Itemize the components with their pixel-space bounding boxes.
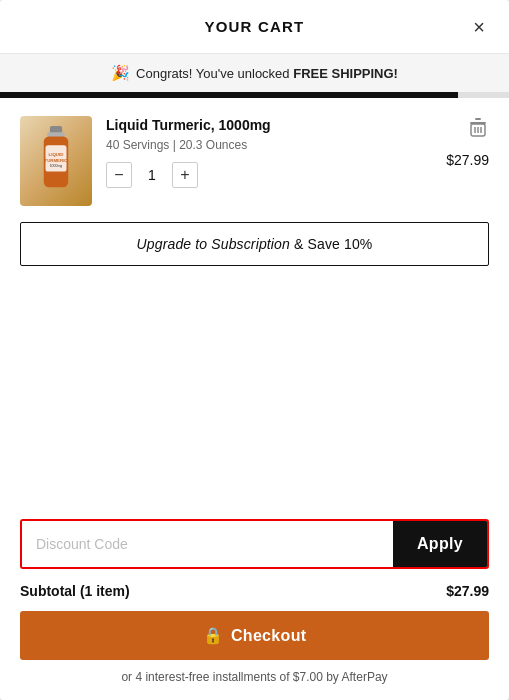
product-name: Liquid Turmeric, 1000mg xyxy=(106,116,432,134)
item-price: $27.99 xyxy=(446,152,489,168)
product-info: Liquid Turmeric, 1000mg 40 Servings | 20… xyxy=(106,116,432,188)
subscription-italic-text: Upgrade to Subscription xyxy=(137,236,290,252)
svg-text:1000mg: 1000mg xyxy=(50,164,63,168)
svg-rect-0 xyxy=(50,126,62,133)
lock-icon: 🔒 xyxy=(203,626,223,645)
cart-spacer xyxy=(20,282,489,442)
subscription-upgrade-button[interactable]: Upgrade to Subscription & Save 10% xyxy=(20,222,489,266)
item-actions: $27.99 xyxy=(446,116,489,168)
quantity-decrease-button[interactable]: − xyxy=(106,162,132,188)
cart-item: LIQUID TURMERIC 1000mg Liquid Turmeric, … xyxy=(20,116,489,206)
shipping-text-prefix: Congrats! You've unlocked xyxy=(136,66,293,81)
checkout-button[interactable]: 🔒 Checkout xyxy=(20,611,489,660)
shipping-text-bold: FREE SHIPPING! xyxy=(293,66,398,81)
quantity-row: − 1 + xyxy=(106,162,432,188)
discount-section: Apply xyxy=(20,519,489,569)
cart-title: YOUR CART xyxy=(205,18,305,35)
product-image: LIQUID TURMERIC 1000mg xyxy=(20,116,92,206)
shipping-banner: 🎉 Congrats! You've unlocked FREE SHIPPIN… xyxy=(0,54,509,92)
cart-modal: YOUR CART × 🎉 Congrats! You've unlocked … xyxy=(0,0,509,700)
svg-text:LIQUID: LIQUID xyxy=(49,152,64,157)
cart-header: YOUR CART × xyxy=(0,0,509,54)
discount-code-input[interactable] xyxy=(22,521,393,567)
subtotal-value: $27.99 xyxy=(446,583,489,599)
subscription-normal-text: & Save 10% xyxy=(290,236,372,252)
quantity-value: 1 xyxy=(142,167,162,183)
party-icon: 🎉 xyxy=(111,64,130,82)
quantity-increase-button[interactable]: + xyxy=(172,162,198,188)
shipping-text: Congrats! You've unlocked FREE SHIPPING! xyxy=(136,66,398,81)
checkout-label: Checkout xyxy=(231,627,306,645)
close-button[interactable]: × xyxy=(467,15,491,39)
subtotal-label: Subtotal (1 item) xyxy=(20,583,130,599)
cart-body: LIQUID TURMERIC 1000mg Liquid Turmeric, … xyxy=(0,98,509,519)
cart-footer: Apply Subtotal (1 item) $27.99 🔒 Checkou… xyxy=(0,519,509,700)
product-meta: 40 Servings | 20.3 Ounces xyxy=(106,138,432,152)
afterpay-text: or 4 interest-free installments of $7.00… xyxy=(20,670,489,684)
svg-text:TURMERIC: TURMERIC xyxy=(44,158,68,163)
apply-discount-button[interactable]: Apply xyxy=(393,521,487,567)
delete-item-button[interactable] xyxy=(467,116,489,144)
subtotal-row: Subtotal (1 item) $27.99 xyxy=(20,583,489,599)
svg-rect-8 xyxy=(475,118,481,120)
